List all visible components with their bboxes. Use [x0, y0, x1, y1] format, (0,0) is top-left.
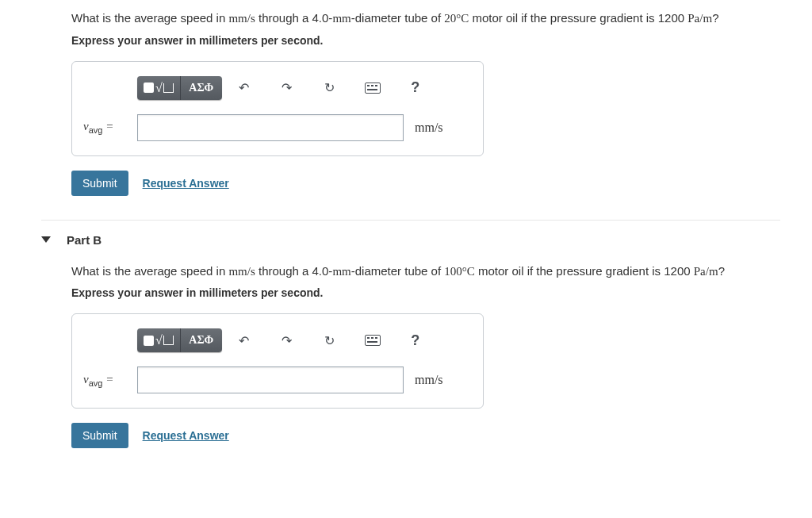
partA-request-answer-link[interactable]: Request Answer: [143, 177, 229, 190]
partB-request-answer-link[interactable]: Request Answer: [143, 429, 229, 442]
reset-icon[interactable]: ↻: [309, 328, 350, 352]
chevron-down-icon: [41, 236, 51, 243]
partB-answer-box: √ ΑΣΦ ↶ ↷ ↻ ? vavg = mm/s: [71, 313, 484, 409]
partB-header[interactable]: Part B: [41, 220, 780, 261]
keyboard-icon[interactable]: [352, 76, 393, 100]
partB-variable: vavg =: [83, 373, 137, 388]
partB-submit-button[interactable]: Submit: [71, 423, 128, 448]
partA-instruction: Express your answer in millimeters per s…: [71, 34, 780, 47]
partA-answer-box: √ ΑΣΦ ↶ ↷ ↻ ? vavg = mm/s: [71, 61, 484, 156]
partB-title: Part B: [67, 233, 102, 247]
partB-toolbar: √ ΑΣΦ ↶ ↷ ↻ ?: [137, 328, 472, 352]
partB-question: What is the average speed in mm/s throug…: [71, 261, 780, 282]
undo-icon[interactable]: ↶: [224, 328, 265, 352]
template-button[interactable]: √: [137, 328, 181, 352]
undo-icon[interactable]: ↶: [224, 76, 265, 100]
partB-instruction: Express your answer in millimeters per s…: [71, 286, 780, 299]
partA-variable: vavg =: [83, 120, 137, 135]
greek-button[interactable]: ΑΣΦ: [181, 76, 222, 100]
help-icon[interactable]: ?: [395, 76, 436, 100]
partA-question: What is the average speed in mm/s throug…: [71, 8, 780, 29]
partA-unit: mm/s: [415, 121, 443, 135]
partA-toolbar: √ ΑΣΦ ↶ ↷ ↻ ?: [137, 76, 472, 100]
reset-icon[interactable]: ↻: [309, 76, 350, 100]
partA-submit-button[interactable]: Submit: [71, 171, 128, 196]
redo-icon[interactable]: ↷: [266, 328, 308, 352]
template-button[interactable]: √: [137, 76, 181, 100]
partA-answer-input[interactable]: [137, 114, 404, 141]
redo-icon[interactable]: ↷: [266, 76, 308, 100]
partB-unit: mm/s: [415, 373, 443, 387]
greek-button[interactable]: ΑΣΦ: [181, 328, 222, 352]
keyboard-icon[interactable]: [352, 328, 393, 352]
help-icon[interactable]: ?: [395, 328, 436, 352]
partB-answer-input[interactable]: [137, 366, 404, 393]
